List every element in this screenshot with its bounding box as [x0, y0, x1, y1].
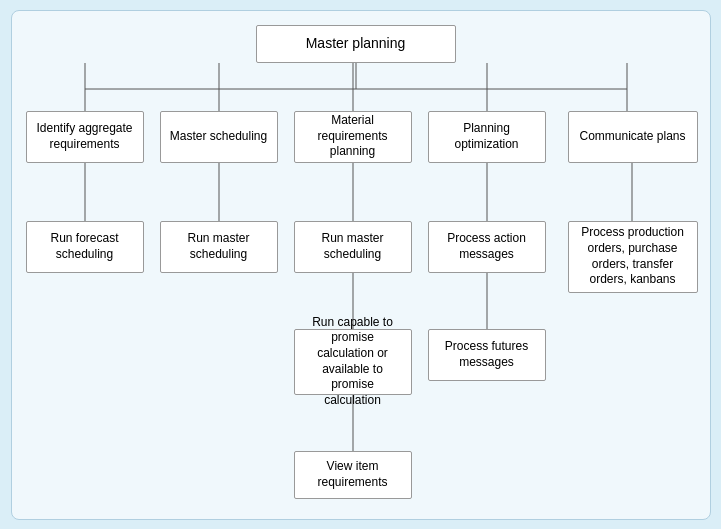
view-item-node: View item requirements: [294, 451, 412, 499]
run-master-sched2-node: Run master scheduling: [294, 221, 412, 273]
process-action-node: Process action messages: [428, 221, 546, 273]
run-master-node: Run master scheduling: [160, 221, 278, 273]
run-capable-node: Run capable to promise calculation or av…: [294, 329, 412, 395]
material-requirements-node: Material requirements planning: [294, 111, 412, 163]
identify-aggregate-node: Identify aggregate requirements: [26, 111, 144, 163]
master-scheduling-node: Master scheduling: [160, 111, 278, 163]
run-forecast-node: Run forecast scheduling: [26, 221, 144, 273]
process-production-node: Process production orders, purchase orde…: [568, 221, 698, 293]
communicate-plans-node: Communicate plans: [568, 111, 698, 163]
process-futures-node: Process futures messages: [428, 329, 546, 381]
diagram-container: Master planning Identify aggregate requi…: [11, 10, 711, 520]
master-planning-node: Master planning: [256, 25, 456, 63]
planning-optimization-node: Planning optimization: [428, 111, 546, 163]
